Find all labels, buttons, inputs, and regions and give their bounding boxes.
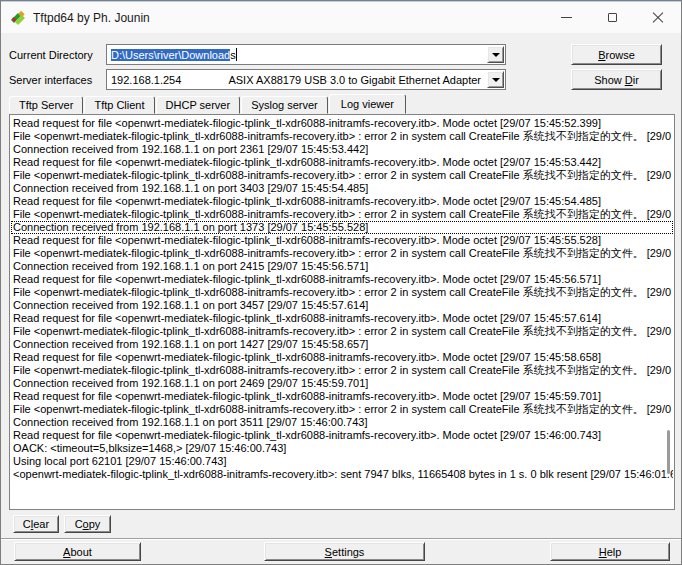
log-panel: Read request for file <openwrt-mediatek-…	[9, 114, 675, 510]
tab-dhcp-server[interactable]: DHCP server	[156, 96, 241, 114]
log-line[interactable]: File <openwrt-mediatek-filogic-tplink_tl…	[11, 130, 673, 143]
bottom-separator	[1, 538, 681, 540]
log-line[interactable]: Read request for file <openwrt-mediatek-…	[11, 195, 673, 208]
maximize-button[interactable]	[589, 2, 635, 34]
log-line[interactable]: File <openwrt-mediatek-filogic-tplink_tl…	[11, 286, 673, 299]
log-line[interactable]: Connection received from 192.168.1.1 on …	[11, 299, 673, 312]
caption-buttons	[543, 2, 681, 34]
tab-log-viewer[interactable]: Log viewer	[329, 94, 406, 114]
text-caret	[236, 48, 237, 61]
app-icon	[10, 10, 27, 25]
log-line[interactable]: Read request for file <openwrt-mediatek-…	[11, 351, 673, 364]
log-line[interactable]: Connection received from 192.168.1.1 on …	[11, 182, 673, 195]
chevron-down-icon	[492, 78, 500, 86]
current-directory-combo[interactable]: D:\Users\river\Downloads	[106, 44, 506, 65]
clear-button[interactable]: Clear	[13, 515, 59, 533]
log-line[interactable]: Read request for file <openwrt-mediatek-…	[11, 429, 673, 442]
tab-syslog-server[interactable]: Syslog server	[241, 96, 328, 114]
help-button[interactable]: Help	[550, 542, 670, 561]
log-line[interactable]: OACK: <timeout=5,blksize=1468,> [29/07 1…	[11, 442, 673, 455]
window-title: Tftpd64 by Ph. Jounin	[33, 11, 150, 25]
log-line[interactable]: Connection received from 192.168.1.1 on …	[11, 143, 673, 156]
chevron-down-icon	[492, 53, 500, 61]
log-line[interactable]: Connection received from 192.168.1.1 on …	[11, 338, 673, 351]
log-line[interactable]: Read request for file <openwrt-mediatek-…	[11, 234, 673, 247]
log-line[interactable]: <openwrt-mediatek-filogic-tplink_tl-xdr6…	[11, 468, 673, 481]
log-line[interactable]: File <openwrt-mediatek-filogic-tplink_tl…	[11, 403, 673, 416]
server-interfaces-label: Server interfaces	[9, 74, 92, 86]
log-line[interactable]: Read request for file <openwrt-mediatek-…	[11, 117, 673, 130]
current-directory-value-selected: D:\Users\river\Download	[111, 49, 230, 61]
tab-tftp-client[interactable]: Tftp Client	[84, 96, 154, 114]
log-line[interactable]: Read request for file <openwrt-mediatek-…	[11, 156, 673, 169]
log-line[interactable]: File <openwrt-mediatek-filogic-tplink_tl…	[11, 169, 673, 182]
log-scrollbar[interactable]	[667, 430, 670, 474]
server-interfaces-dropdown-button[interactable]	[487, 71, 504, 88]
settings-button[interactable]: Settings	[264, 542, 425, 561]
log-line[interactable]: Connection received from 192.168.1.1 on …	[11, 260, 673, 273]
log-line[interactable]: Using local port 62101 [29/07 15:46:00.7…	[11, 455, 673, 468]
log-line[interactable]: Connection received from 192.168.1.1 on …	[11, 377, 673, 390]
current-directory-label: Current Directory	[9, 49, 93, 61]
log-line[interactable]: Read request for file <openwrt-mediatek-…	[11, 273, 673, 286]
minimize-button[interactable]	[543, 2, 589, 34]
maximize-icon	[608, 13, 617, 22]
about-button[interactable]: About	[14, 542, 141, 561]
log-line[interactable]: File <openwrt-mediatek-filogic-tplink_tl…	[11, 247, 673, 260]
close-button[interactable]	[635, 2, 681, 34]
interface-ip: 192.168.1.254	[111, 74, 181, 86]
log-line[interactable]: Read request for file <openwrt-mediatek-…	[11, 390, 673, 403]
current-directory-dropdown-button[interactable]	[487, 46, 504, 63]
log-list: Read request for file <openwrt-mediatek-…	[11, 117, 673, 481]
minimize-icon	[561, 17, 572, 18]
log-line[interactable]: File <openwrt-mediatek-filogic-tplink_tl…	[11, 325, 673, 338]
copy-button[interactable]: Copy	[64, 515, 111, 533]
server-interfaces-combo[interactable]: 192.168.1.254 ASIX AX88179 USB 3.0 to Gi…	[106, 69, 506, 90]
tab-tftp-server[interactable]: Tftp Server	[9, 96, 83, 114]
tftpd64-window: Tftpd64 by Ph. Jounin Current Directory …	[0, 0, 682, 565]
log-line[interactable]: Connection received from 192.168.1.1 on …	[11, 221, 673, 234]
show-dir-button[interactable]: Show Dir	[571, 69, 662, 90]
log-line[interactable]: File <openwrt-mediatek-filogic-tplink_tl…	[11, 208, 673, 221]
titlebar: Tftpd64 by Ph. Jounin	[1, 1, 681, 33]
browse-button[interactable]: Browse	[571, 44, 662, 65]
tab-bar: Tftp ServerTftp ClientDHCP serverSyslog …	[9, 94, 407, 114]
log-line[interactable]: File <openwrt-mediatek-filogic-tplink_tl…	[11, 364, 673, 377]
interface-adapter: ASIX AX88179 USB 3.0 to Gigabit Ethernet…	[228, 74, 485, 86]
close-icon	[652, 12, 664, 24]
log-line[interactable]: Read request for file <openwrt-mediatek-…	[11, 312, 673, 325]
log-line[interactable]: Connection received from 192.168.1.1 on …	[11, 416, 673, 429]
